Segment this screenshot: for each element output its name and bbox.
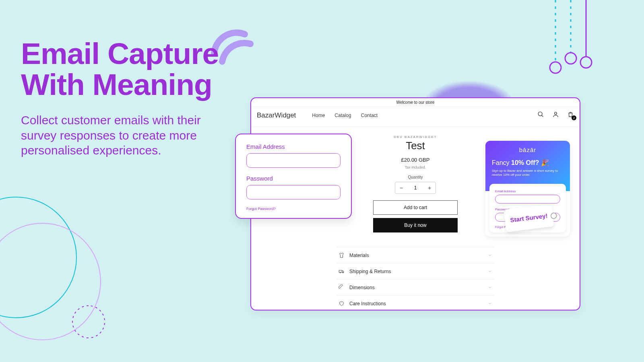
svg-rect-14 [339, 284, 343, 288]
hero-subtitle: Collect customer emails with their surve… [21, 113, 238, 158]
svg-point-2 [550, 62, 561, 73]
announcement-bar: Welcome to our store [251, 98, 580, 107]
product-price: £20.00 GBP [347, 157, 484, 163]
svg-point-10 [555, 112, 557, 115]
accordion-shipping[interactable]: Shipping & Returns [337, 263, 494, 279]
product-tax-note: Tax included. [347, 165, 484, 169]
hero-section: Email Capture With Meaning Collect custo… [21, 38, 238, 158]
account-icon[interactable] [552, 111, 559, 119]
svg-point-13 [343, 272, 344, 273]
product-title: Test [347, 140, 484, 152]
email-capture-card: Email Address Password Forgot Password? [235, 134, 352, 219]
accordion-care[interactable]: Care Instructions [337, 295, 494, 311]
svg-point-8 [538, 112, 542, 116]
nav-home[interactable]: Home [312, 113, 325, 118]
password-label: Password [246, 175, 341, 182]
nav-catalog[interactable]: Catalog [334, 113, 351, 118]
buy-now-button[interactable]: Buy it now [373, 218, 458, 232]
store-header: BazarWidget Home Catalog Contact 2 [251, 107, 580, 127]
svg-point-12 [340, 272, 341, 273]
promo-email-input[interactable] [495, 195, 560, 204]
add-to-cart-button[interactable]: Add to cart [373, 200, 458, 215]
decorative-pendulums [547, 0, 620, 74]
accordion-materials[interactable]: Materials [337, 247, 494, 263]
decorative-circles [0, 193, 109, 346]
product-block: DEV BAZARWIDGET Test £20.00 GBP Tax incl… [347, 135, 484, 232]
ruler-icon [339, 284, 345, 290]
quantity-decrease-button[interactable]: − [395, 182, 407, 193]
promo-logo: bāzār [492, 146, 564, 153]
email-input[interactable] [246, 153, 341, 168]
cart-icon[interactable]: 2 [567, 111, 574, 119]
promo-title: Fancy 10% Off? 🎉 [492, 159, 564, 167]
shirt-icon [339, 252, 345, 258]
store-brand: BazarWidget [257, 111, 296, 119]
forgot-password-link[interactable]: Forgot Password? [246, 207, 341, 211]
quantity-label: Quantity [347, 175, 484, 179]
promo-email-label: Email Address [495, 189, 560, 193]
truck-icon [339, 268, 345, 274]
svg-point-6 [0, 197, 76, 318]
chevron-down-icon [488, 301, 492, 306]
heart-icon [339, 300, 345, 306]
svg-point-7 [0, 223, 101, 340]
quantity-value: 1 [407, 185, 423, 191]
svg-point-5 [580, 57, 592, 68]
password-input[interactable] [246, 185, 341, 200]
quantity-stepper: − 1 + [395, 182, 436, 194]
svg-point-3 [565, 53, 576, 64]
accordion-dimensions[interactable]: Dimensions [337, 279, 494, 295]
quantity-increase-button[interactable]: + [423, 182, 436, 193]
product-accordion: Materials Shipping & Returns Dimensions … [337, 247, 494, 311]
svg-line-9 [542, 115, 543, 117]
hero-title: Email Capture With Meaning [21, 38, 238, 100]
email-label: Email Address [246, 143, 341, 150]
promo-subtitle: Sign up to Bazar and answer a short surv… [492, 169, 564, 177]
nav-contact[interactable]: Contact [361, 113, 378, 118]
promo-widget: bāzār Fancy 10% Off? 🎉 Sign up to Bazar … [485, 141, 570, 237]
product-vendor: DEV BAZARWIDGET [347, 135, 484, 139]
cart-badge: 2 [572, 115, 576, 120]
search-icon[interactable] [537, 111, 544, 119]
